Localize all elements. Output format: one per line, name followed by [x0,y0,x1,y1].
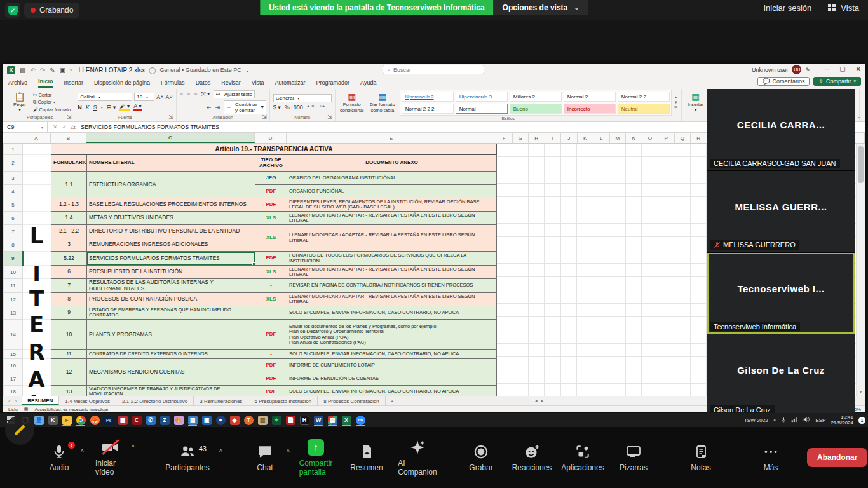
row-header[interactable]: 3 [4,172,23,185]
c-app-icon[interactable]: C [130,414,144,426]
word-icon[interactable]: W [311,414,325,426]
file-explorer-icon[interactable]: ▸ [60,414,74,426]
t-orange-app-icon[interactable]: T [241,414,255,426]
row-header[interactable]: 4 [4,185,23,198]
cell-tipo[interactable]: - [255,350,287,359]
select-all-corner[interactable] [3,133,22,143]
sheet-tab-remuneraciones[interactable]: 3 Remuneraciones [194,396,248,405]
orientation-button[interactable]: ⤧ ▾ [201,91,210,98]
col-header[interactable]: O [642,133,659,143]
header-cell[interactable]: FORMULARIO [51,155,87,172]
align-left-button[interactable]: ☰ [180,104,185,111]
tab-ayuda[interactable]: Ayuda [360,79,376,88]
leave-button[interactable]: Abandonar [807,448,867,467]
row-header[interactable]: 13 [4,306,23,320]
vertical-scrollbar[interactable]: ▾ [856,144,865,396]
align-top-button[interactable]: ≡ [180,91,183,97]
style-chip[interactable]: Normal 2 2 [618,92,670,102]
row-header[interactable]: 10 [4,266,23,279]
chevron-up-icon[interactable]: ˄ [81,447,84,454]
audio-button[interactable]: ! ˄ Audio [44,444,74,472]
increase-indent-button[interactable]: ⇥ [215,104,220,111]
col-header[interactable]: B [51,133,86,143]
drop-app-icon[interactable]: ● [214,414,227,426]
copy-button[interactable]: ⧉ Copiar ▾ [33,99,71,105]
col-header[interactable]: K [578,133,594,143]
col-header[interactable]: M [610,133,627,143]
tab-automatizar[interactable]: Automatizar [275,79,306,88]
cell-formulario[interactable]: 11 [51,350,87,359]
tabs-scroll-left-icon[interactable]: ‹ [8,398,10,404]
dialog-launcher-icon[interactable]: ⇲ [67,114,72,120]
row-header[interactable]: 11 [4,279,23,293]
participants-button[interactable]: 43 ˄ Participantes [173,444,202,472]
notes-button[interactable]: Notas [686,444,715,472]
col-header[interactable]: H [529,133,545,143]
row-header[interactable]: 6 [4,212,23,225]
excel-logo-icon[interactable]: X [7,66,15,74]
cell-anexo[interactable]: SOLO SI CUMPLE, ENVIAR INFORMACION, CASO… [287,306,497,320]
collapse-ribbon-icon[interactable]: ⌄ [857,113,862,119]
increase-decimal-button[interactable]: ⁺˙⁰ [307,104,314,111]
decrease-indent-button[interactable]: ⇤ [207,104,212,111]
cell-anexo[interactable]: ORGANICO FUNCIÓNAL [287,185,497,198]
cell-formulario[interactable]: 13 [51,386,87,396]
photoshop-icon[interactable]: Ps [102,414,116,426]
table-title-cell[interactable]: Artículo 19.- TRANSPARENCIA ACTIVA [51,144,497,155]
dialog-launcher-icon[interactable]: ⇲ [327,114,332,120]
notes-app-icon[interactable]: ▤ [186,414,200,426]
scroll-down-icon[interactable]: ▾ [857,389,865,395]
row-header[interactable]: 14 [4,320,23,350]
col-header[interactable]: N [626,133,642,143]
cell-anexo[interactable]: SOLO SI CUMPLE, ENVIAR INFORMACION, CASO… [287,386,497,396]
format-as-table-button[interactable]: ▦Dar formato como tabla [368,92,397,113]
row-header[interactable]: 17 [4,372,23,386]
pen-icon[interactable]: ✎ [50,67,55,74]
red-grid-app-icon[interactable]: ▦ [116,414,130,426]
zoom-app-icon[interactable]: zm [353,414,367,426]
cell-formulario[interactable]: 8 [51,293,87,306]
style-chip[interactable]: Incorrecto [564,104,616,114]
cell-nombre[interactable]: REMUNERACIONES INGRESOS ADICIONALES [87,238,255,252]
z-app-icon[interactable]: Z [158,414,172,426]
cell-formulario[interactable]: 6 [51,266,87,279]
video-tile[interactable]: Gilson De La Cruz Gilson De La Cruz [707,334,855,416]
close-button[interactable]: ✕ [856,65,861,72]
maximize-button[interactable]: ▢ [839,65,845,72]
insert-cells-button[interactable]: ▦Insertar▾ [685,92,707,112]
cell-formulario[interactable]: 12 [51,359,87,386]
tray-mic-icon[interactable] [781,416,786,424]
clipboard-icon[interactable]: ▣ [60,67,65,74]
header-cell[interactable]: NOMBRE LITERAL [87,155,255,172]
tab-disposicion[interactable]: Disposición de página [94,79,150,88]
reactions-button[interactable]: Reacciones [517,444,546,472]
undo-icon[interactable]: ↶ [30,67,35,74]
cell-anexo[interactable]: LLENAR / MODIFICAR / ADAPTAR - REVISAR L… [287,225,497,252]
cell-formulario[interactable]: 1.1 [51,172,87,198]
accessibility-status[interactable]: Accesibilidad: es necesario investigar [34,407,108,412]
tab-formulas[interactable]: Fórmulas [161,79,185,88]
macro-record-icon[interactable]: ▦ [24,407,29,412]
header-cell[interactable]: TIPO DE ARCHIVO [255,155,287,172]
font-size-select[interactable]: 10▾ [134,93,154,101]
scrollbar-thumb[interactable] [858,146,864,183]
sheet-tab-resumen[interactable]: RESUMEN [22,396,59,405]
cell-nombre[interactable]: METAS Y OBJETIVOS UNIDADES [87,212,255,225]
align-right-button[interactable]: ☰ [198,104,203,111]
cell-nombre[interactable]: BASE LEGAL REGULACIONES PROCEDIMIENTOS I… [87,198,255,212]
share-button[interactable]: ⇪Compartir▾ [813,77,861,86]
chevron-down-icon[interactable]: ⌄ [245,67,250,73]
align-middle-button[interactable]: ≡ [187,91,190,97]
qat-customize-icon[interactable]: ▿ [70,67,72,72]
cell-tipo[interactable]: JPG [255,172,287,185]
apps-button[interactable]: Aplicaciones [568,444,597,472]
people-app-icon[interactable]: K [46,414,60,426]
chat-button[interactable]: ˄ Chat [250,444,280,472]
volume-icon[interactable] [803,416,810,424]
cell-tipo[interactable]: - [255,279,287,293]
notification-badge[interactable]: 1 [858,417,865,424]
network-icon[interactable] [791,416,798,424]
record-button[interactable]: Grabar [466,444,496,472]
phone-app-icon[interactable]: ✆ [144,414,158,426]
paint-app-icon[interactable]: 🎨 [172,414,186,426]
